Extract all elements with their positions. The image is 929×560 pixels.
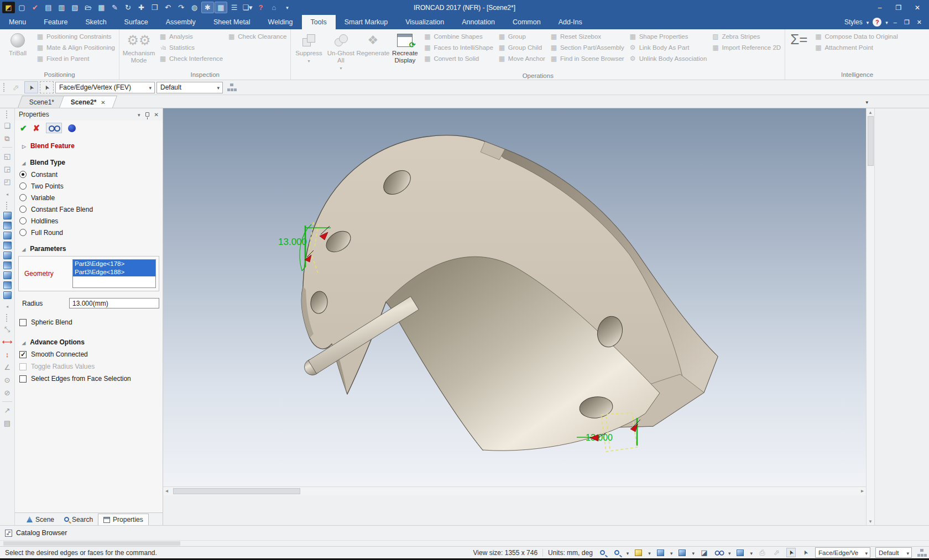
tab-search[interactable]: Search [59,514,98,525]
tab-feature[interactable]: Feature [35,15,76,29]
right-view-cube-icon[interactable] [3,252,12,259]
positioning-constraints-button[interactable]: Positioning Constraints [34,32,117,40]
edit-document-icon[interactable]: ✎ [108,2,121,13]
drag-dots[interactable] [6,314,8,322]
catalog-scroll-thumb[interactable] [3,541,180,546]
group-button[interactable]: Group [495,32,547,40]
new-assembly-icon[interactable]: ▥ [55,2,68,13]
radio-constant-face-blend[interactable]: Constant Face Blend [15,203,163,215]
ok-button[interactable] [20,123,27,133]
checkbox-checked-icon[interactable] [19,351,27,358]
mechanism-mode-button[interactable]: ⚙⚙ Mechanism Mode [121,30,156,64]
status-config-dropdown[interactable]: Default [875,547,912,558]
extrude-icon[interactable]: ❏ [2,121,13,131]
configuration-dropdown[interactable]: Default [156,82,223,93]
print-icon[interactable]: ⎙ [758,548,767,557]
top-view-cube-icon[interactable] [3,242,12,249]
hierarchy-icon[interactable] [917,548,926,557]
check-interference-button[interactable]: Check Interference [156,54,225,62]
ribbon-minimize-icon[interactable]: – [892,19,899,25]
help-ribbon-icon[interactable]: ? [873,18,881,27]
checkbox-icon[interactable] [19,375,27,383]
horizontal-scroll-thumb[interactable] [173,488,300,494]
scroll-right-icon[interactable]: ▸ [861,488,864,494]
zoom-window-icon[interactable] [612,548,622,557]
tab-tools[interactable]: Tools [302,15,336,29]
text-note-icon[interactable]: ▤ [2,418,13,428]
bottom-view-cube-icon[interactable] [3,271,12,279]
radius-input[interactable]: 13.000(mm) [69,298,159,308]
recreate-display-button[interactable]: Recreate Display [389,30,421,64]
collapse-arrow-icon[interactable]: ◂ [2,301,13,312]
boolean-subtract-icon[interactable]: ◰ [2,176,13,187]
redo-icon[interactable]: ↷ [175,2,187,13]
radio-icon[interactable] [19,206,27,213]
section-blend-feature[interactable]: Blend Feature [15,140,163,152]
drag-dots[interactable] [6,202,8,210]
fixed-in-parent-button[interactable]: Fixed in Parent [34,54,117,62]
cancel-button[interactable] [33,123,40,133]
radio-variable[interactable]: Variable [15,192,163,203]
new-from-template-icon[interactable]: ✔ [29,2,41,13]
new-shape-icon[interactable] [634,548,643,557]
dimension-value-left[interactable]: 13.000 [278,237,307,247]
display-cube-icon[interactable] [735,548,745,557]
tab-sketch[interactable]: Sketch [76,15,115,29]
faces-to-intellishape-button[interactable]: Faces to IntelliShape [421,43,495,51]
combine-shapes-button[interactable]: Combine Shapes [421,32,495,40]
glasses-preview-icon[interactable] [714,548,723,557]
glasses-caret-icon[interactable] [728,549,731,557]
catalog-browser-bar[interactable]: Catalog Browser [0,525,929,540]
collapsed-triangle-icon[interactable] [22,142,26,150]
shell-icon[interactable]: ⧉ [2,133,13,144]
attachment-point-button[interactable]: Attachment Point [812,43,900,51]
radio-full-round[interactable]: Full Round [15,227,163,238]
select-cursor-icon[interactable] [786,548,796,557]
scene2-tab[interactable]: Scene2* [59,96,117,108]
radio-two-points[interactable]: Two Points [15,180,163,192]
undo-icon[interactable]: ↶ [161,2,174,13]
smart-dimension-icon[interactable]: ⟷ [2,337,13,347]
property-list-icon[interactable]: ☰ [228,2,241,13]
camera-icon[interactable] [677,548,687,557]
zebra-stripes-button[interactable]: Zebra Stripes [709,32,783,40]
tab-annotation[interactable]: Annotation [453,15,504,29]
radio-constant[interactable]: Constant [15,169,163,180]
tab-visualization[interactable]: Visualization [396,15,453,29]
find-in-scene-browser-button[interactable]: Find in Scene Browser [547,54,627,62]
group-child-button[interactable]: Group Child [495,43,547,51]
scene-tabs-menu-icon[interactable] [865,98,868,106]
scroll-down-icon[interactable]: ▾ [869,519,872,524]
tab-scene-browser[interactable]: Scene [22,514,59,525]
tab-properties[interactable]: Properties [98,514,149,525]
custom-view-cube-icon[interactable] [3,291,12,299]
open-icon[interactable]: 🗁 [82,2,95,13]
expanded-triangle-icon[interactable] [22,338,25,346]
select-cursor-icon[interactable] [24,81,38,93]
spheric-blend-checkbox-row[interactable]: Spheric Blend [15,316,163,328]
radio-icon[interactable] [19,217,27,224]
rotate-view-icon[interactable]: ↻ [122,2,134,13]
new-part-icon[interactable]: ▤ [42,2,55,13]
radio-icon[interactable] [19,182,27,190]
vertical-scroll-thumb[interactable] [868,116,874,166]
minimize-button[interactable]: – [870,2,889,14]
panel-pin-icon[interactable] [145,112,149,117]
measure-angle-icon[interactable]: ∠ [2,362,13,373]
panel-close-icon[interactable] [154,111,159,118]
add-shape-icon[interactable]: ✚ [135,2,148,13]
mate-align-button[interactable]: Mate & Align Positioning [34,43,117,51]
left-view-cube-icon[interactable] [3,232,12,239]
geometry-list[interactable]: Part3\Edge<178> Part3\Edge<188> [72,259,156,288]
rect-select-cursor-icon[interactable] [801,548,810,557]
reset-sizebox-button[interactable]: Reset Sizebox [547,32,627,40]
scroll-up-icon[interactable]: ▴ [869,109,872,115]
package-file-icon[interactable]: ❒ [148,2,161,13]
front-view-cube-icon[interactable] [3,222,12,229]
section-part-assembly-button[interactable]: Section Part/Assembly [547,43,627,51]
radio-icon[interactable] [19,194,27,201]
smart-paint-icon[interactable]: ✱ [201,2,214,13]
ribbon-close-icon[interactable]: ✕ [915,19,923,26]
shaded-view-icon[interactable] [656,548,665,557]
perspective-icon[interactable]: ◪ [700,548,709,557]
